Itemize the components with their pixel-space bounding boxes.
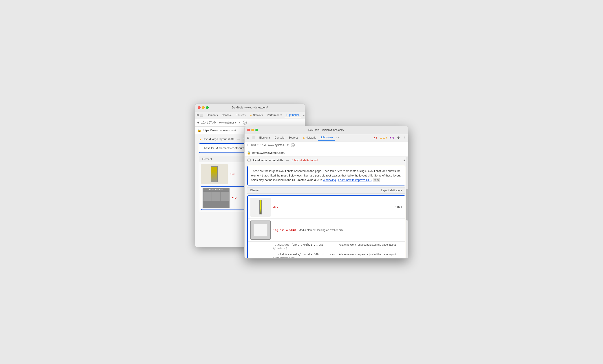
- front-url-more-icon[interactable]: ⋮: [402, 151, 406, 155]
- back-title-bar: DevTools - www.nytimes.com/: [195, 104, 305, 112]
- front-element-score-1: 0.021: [395, 205, 402, 209]
- back-more-tabs[interactable]: >>: [302, 114, 305, 116]
- front-sub-desc-2: A late network request adjusted the page…: [339, 253, 402, 256]
- front-sub-host-2: (www.nytimes.com): [273, 256, 295, 258]
- front-element-row-2[interactable]: img.css-o9w048 Media element lacking an …: [248, 219, 405, 242]
- back-tab-network[interactable]: ▲ Network: [248, 112, 265, 118]
- front-device-icon[interactable]: ⬜: [252, 136, 256, 140]
- front-sub-row-2: ...static-assets/global-f449cfd....css (…: [248, 251, 405, 258]
- front-thumb-1: [250, 198, 271, 217]
- front-traffic-lights: [247, 129, 258, 131]
- front-badge-error: ✖ 3: [372, 136, 378, 139]
- front-close-button[interactable]: [247, 129, 250, 131]
- back-thumb-2: The New York Times: [203, 188, 230, 208]
- back-traffic-lights: [198, 106, 209, 109]
- back-tab-lighthouse[interactable]: Lighthouse: [285, 112, 302, 118]
- front-audit-title: Avoid large layout shifts: [253, 159, 283, 162]
- front-devtools-window: DevTools - www.nytimes.com/ ⊞ ⬜ Elements…: [244, 126, 408, 259]
- front-sub-link-2: ...static-assets/global-f449cfd....css: [273, 253, 335, 256]
- front-sub-desc-1: A late network request adjusted the page…: [339, 243, 402, 247]
- front-content-wrapper: Avoid large layout shifts — 6 layout shi…: [244, 157, 408, 259]
- back-element-label-2: div: [232, 196, 237, 200]
- front-tab-bar: ⊞ ⬜ Elements Console Sources ▲ Network L…: [244, 134, 408, 141]
- front-table-header: Element Layout shift score: [247, 187, 405, 193]
- back-reload-icon[interactable]: ⊘: [243, 121, 247, 125]
- front-tab-console[interactable]: Console: [273, 135, 286, 141]
- front-collapse-icon[interactable]: ∧: [403, 159, 405, 162]
- front-tab-elements[interactable]: Elements: [258, 135, 272, 141]
- front-element-desc-2: Media element lacking an explicit size: [299, 228, 402, 232]
- front-element-row-1[interactable]: div 0.021: [248, 196, 405, 219]
- back-tab-bar: ⊞ ⬜ Elements Console Sources ▲ Network P…: [195, 112, 305, 119]
- back-window-title: DevTools - www.nytimes.com/: [232, 106, 268, 109]
- front-element-container: div 0.021 img.css-o9w048 Media element l…: [247, 195, 405, 258]
- back-tab-sources[interactable]: Sources: [234, 112, 247, 118]
- front-new-tab-icon[interactable]: +: [247, 143, 249, 147]
- front-tab-network[interactable]: ▲ Network: [301, 135, 318, 141]
- front-cls-link[interactable]: Learn how to improve CLS: [338, 179, 371, 182]
- front-address-time: 10:39:13 AM - www.nytimes.: [251, 144, 285, 147]
- back-address-bar: + 10:41:57 AM - www.nytimes.c ▼ ⊘: [195, 119, 305, 127]
- front-cls-badge: CLS: [373, 178, 380, 182]
- back-tab-performance[interactable]: Performance: [265, 112, 284, 118]
- front-tall-bar-visual: [259, 200, 262, 215]
- front-reload-icon[interactable]: ⊘: [291, 143, 295, 147]
- front-element-label-2: img.css-o9w048: [273, 228, 296, 232]
- front-maximize-button[interactable]: [255, 129, 258, 131]
- back-tab-console[interactable]: Console: [220, 112, 233, 118]
- front-badge-warn: ▲ 219: [379, 136, 388, 139]
- back-network-warn-icon: ▲: [250, 114, 252, 117]
- front-url: https://www.nytimes.com/: [252, 151, 400, 155]
- front-description-box: These are the largest layout shifts obse…: [247, 166, 405, 186]
- front-img-visual: [254, 224, 267, 236]
- front-inspect-icon[interactable]: ⊞: [246, 136, 250, 140]
- back-new-tab-icon[interactable]: +: [197, 121, 199, 125]
- back-device-icon[interactable]: ⬜: [200, 113, 203, 117]
- front-sub-link-1: ...css/web-fonts.7705b21....css: [273, 243, 324, 246]
- back-address-time: 10:41:57 AM - www.nytimes.c: [201, 121, 236, 124]
- front-audit-count: 6 layout shifts found: [292, 159, 318, 162]
- front-security-icon: 🔒: [247, 151, 251, 155]
- back-thumb-1: [201, 164, 228, 184]
- front-audit-row: Avoid large layout shifts — 6 layout shi…: [244, 157, 408, 164]
- back-element-label-1: div: [230, 173, 235, 176]
- front-thumb-2: [250, 220, 271, 239]
- front-scrollbar-track[interactable]: [406, 157, 408, 259]
- front-scrollbar-thumb[interactable]: [406, 189, 408, 220]
- back-security-icon: 🔒: [197, 128, 201, 132]
- front-element-label-1: div: [273, 206, 278, 209]
- front-network-warn-icon: ▲: [302, 136, 305, 139]
- back-tab-elements[interactable]: Elements: [205, 112, 220, 118]
- front-title-bar: DevTools - www.nytimes.com/: [244, 126, 408, 134]
- front-tab-badges: ✖ 3 ▲ 219 ■ 75 ⚙ ⋮: [372, 136, 406, 139]
- front-sub-row-1: ...css/web-fonts.7705b21....css (g1.nyt.…: [248, 242, 405, 251]
- back-inspect-icon[interactable]: ⊞: [197, 113, 199, 117]
- back-audit-title: Avoid large layout shifts: [203, 137, 234, 141]
- back-book-visual: [211, 166, 218, 182]
- front-badge-info: ■ 75: [389, 136, 395, 139]
- front-security-bar: 🔒 https://www.nytimes.com/ ⋮: [244, 149, 408, 157]
- front-address-bar: + 10:39:13 AM - www.nytimes. ▼ ⊘: [244, 141, 408, 149]
- front-tab-sources[interactable]: Sources: [287, 135, 300, 141]
- front-audit-circle: [247, 159, 251, 162]
- front-tab-lighthouse[interactable]: Lighthouse: [318, 135, 335, 141]
- front-minimize-button[interactable]: [251, 129, 254, 131]
- front-window-title: DevTools - www.nytimes.com/: [308, 128, 344, 132]
- back-minimize-button[interactable]: [202, 106, 205, 109]
- front-more-icon[interactable]: ⋮: [402, 136, 407, 139]
- front-sub-host-1: (g1.nyt.com): [273, 247, 287, 250]
- front-windowing-link[interactable]: windowing: [323, 179, 336, 182]
- back-close-button[interactable]: [198, 106, 200, 109]
- front-more-tabs[interactable]: >>: [335, 136, 340, 139]
- front-settings-icon[interactable]: ⚙: [396, 136, 401, 139]
- back-maximize-button[interactable]: [206, 106, 209, 109]
- back-audit-warn-icon: ▲: [199, 137, 202, 141]
